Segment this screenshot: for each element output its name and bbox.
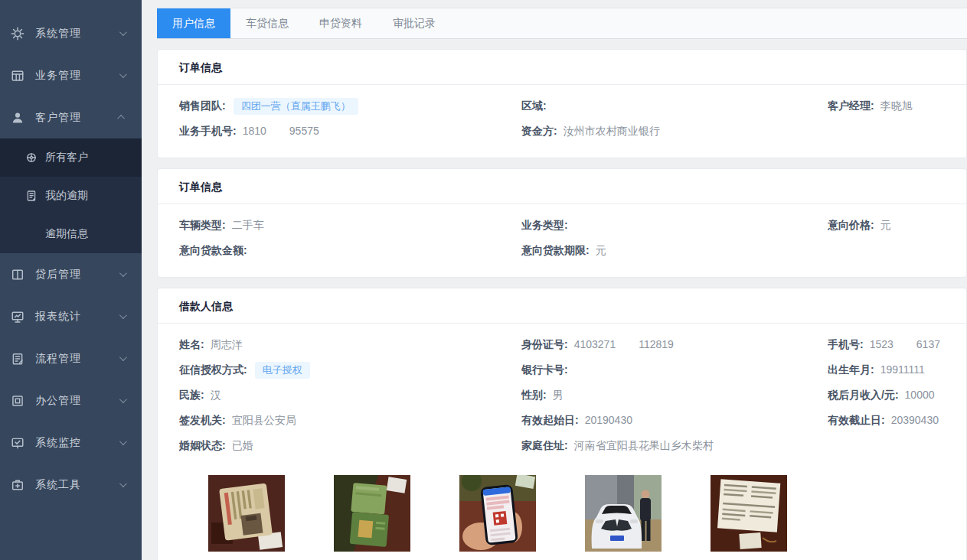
- photo-green-booklet[interactable]: 行驶证照片: [334, 475, 410, 560]
- field-label: 银行卡号:: [521, 363, 568, 376]
- wheel-icon: [25, 151, 38, 164]
- field-value: 二手车: [232, 219, 264, 231]
- toolbox-icon: [11, 478, 25, 492]
- sidebar-item-report-statistics[interactable]: 报表统计: [0, 295, 142, 337]
- field: 姓名:周志洋: [179, 332, 521, 357]
- field-label: 客户经理:: [828, 99, 874, 112]
- sidebar-item-label: 系统监控: [35, 436, 119, 450]
- card-title: 订单信息: [158, 169, 966, 204]
- sidebar-item-label: 逾期信息: [45, 227, 88, 241]
- field-value: 男: [553, 389, 564, 401]
- sidebar-item-customer-management[interactable]: 客户管理: [0, 96, 142, 138]
- chevron-down-icon: [119, 438, 127, 445]
- book-icon: [11, 268, 25, 282]
- photo-car-person[interactable]: 人车合影: [585, 475, 662, 560]
- field: 有效起始日:20190430: [521, 408, 828, 433]
- card-title: 借款人信息: [158, 288, 966, 324]
- field-value: 元: [596, 244, 606, 256]
- office-icon: [11, 394, 25, 408]
- field: 有效截止日:20390430: [828, 408, 966, 433]
- field-label: 征信授权方式:: [179, 363, 247, 376]
- field-value: 20190430: [585, 414, 632, 426]
- sidebar-item-overdue-info[interactable]: 逾期信息: [0, 215, 142, 253]
- tab-label: 申贷资料: [319, 17, 362, 31]
- field-value: 20390430: [891, 414, 939, 426]
- field-value: 汝州市农村商业银行: [564, 125, 660, 137]
- sidebar-item-label: 业务管理: [35, 69, 119, 83]
- card-title: 订单信息: [158, 50, 966, 85]
- sidebar-item-label: 贷后管理: [35, 268, 119, 282]
- field-label: 车辆类型:: [179, 219, 226, 231]
- sidebar-item-label: 报表统计: [35, 310, 119, 324]
- field: 手机号:15236137: [828, 332, 966, 357]
- tab-approval-records[interactable]: 审批记录: [377, 8, 451, 38]
- sidebar-item-label: 系统管理: [35, 27, 119, 41]
- tab-car-loan-info[interactable]: 车贷信息: [230, 8, 304, 38]
- field-row: 业务手机号:181095575资金方:汝州市农村商业银行: [158, 119, 966, 144]
- sidebar-item-all-customers[interactable]: 所有客户: [0, 138, 142, 177]
- sidebar-item-label: 所有客户: [45, 151, 88, 164]
- field-value: 10000: [905, 389, 935, 401]
- field-label: 手机号:: [828, 338, 864, 350]
- privacy-mask: [893, 340, 916, 348]
- chevron-down-icon: [119, 269, 127, 277]
- photo-phone-auth[interactable]: 授权截图: [459, 475, 536, 560]
- value-tag[interactable]: 电子授权: [255, 362, 310, 379]
- sidebar-item-process-management[interactable]: 流程管理: [0, 337, 142, 379]
- sidebar-item-system-management[interactable]: 系统管理: [0, 12, 142, 54]
- field-label: 姓名:: [179, 338, 204, 350]
- chevron-down-icon: [119, 396, 127, 403]
- sidebar-item-label: 我的逾期: [45, 189, 88, 203]
- field-label: 有效起始日:: [521, 414, 579, 426]
- field: 性别:男: [521, 383, 828, 408]
- field-value-masked: 4103271112819: [574, 338, 674, 350]
- field-value: 汉: [211, 389, 221, 401]
- field-row: 婚姻状态:已婚家庭住址:河南省宜阳县花果山乡木柴村: [158, 433, 966, 458]
- sidebar-item-post-loan-management[interactable]: 贷后管理: [0, 253, 142, 295]
- grid-icon: [11, 69, 25, 83]
- field-label: 性别:: [521, 389, 547, 401]
- sidebar-item-system-tools[interactable]: 系统工具: [0, 464, 142, 506]
- field: 销售团队:四团一营（直属王鹏飞）: [179, 93, 521, 119]
- sidebar-item-system-monitor[interactable]: 系统监控: [0, 422, 142, 464]
- sidebar-item-office-management[interactable]: 办公管理: [0, 379, 142, 422]
- tab-user-info[interactable]: 用户信息: [157, 8, 230, 38]
- field-label: 区域:: [521, 99, 547, 112]
- field-label: 签发机关:: [179, 414, 226, 426]
- monitor-icon: [11, 310, 25, 324]
- field: 民族:汉: [179, 383, 521, 408]
- field-value: 李晓旭: [880, 99, 913, 112]
- monitor-check-icon: [11, 436, 25, 450]
- field-value: 周志洋: [211, 338, 243, 350]
- field-row: 车辆类型:二手车业务类型:意向价格:元: [158, 213, 966, 238]
- sidebar-item-my-overdue[interactable]: 我的逾期: [0, 177, 142, 215]
- field: 客户经理:李晓旭: [828, 93, 966, 119]
- field-value: 已婚: [232, 439, 253, 451]
- field-label: 身份证号:: [521, 338, 568, 350]
- field: 银行卡号:: [521, 357, 828, 383]
- privacy-mask: [266, 127, 289, 135]
- tab-label: 车贷信息: [246, 17, 289, 31]
- sidebar-item-business-management[interactable]: 业务管理: [0, 54, 142, 96]
- field: 资金方:汝州市农村商业银行: [521, 119, 828, 144]
- field-label: 资金方:: [521, 125, 557, 137]
- privacy-mask: [616, 340, 639, 348]
- empty-cell: [828, 238, 966, 263]
- field-label: 税后月收入/元:: [828, 389, 899, 401]
- cards-area: 订单信息销售团队:四团一营（直属王鹏飞）区域:客户经理:李晓旭业务手机号:181…: [157, 49, 967, 560]
- field: 意向贷款期限:元: [521, 238, 828, 263]
- tab-loan-apply-docs[interactable]: 申贷资料: [304, 8, 377, 38]
- field: 业务类型:: [521, 213, 828, 238]
- photo-paper-doc[interactable]: 其他材料: [711, 475, 787, 560]
- field-label: 意向贷款金额:: [179, 244, 247, 256]
- field-label: 民族:: [179, 389, 204, 401]
- field-label: 业务手机号:: [179, 125, 237, 137]
- tab-label: 审批记录: [393, 17, 436, 31]
- tab-bar: 用户信息车贷信息申贷资料审批记录: [157, 8, 967, 39]
- notebook-icon: [25, 190, 38, 202]
- clipboard-icon: [11, 352, 25, 366]
- photo-id-card[interactable]: 人像面: [208, 475, 285, 560]
- value-tag[interactable]: 四团一营（直属王鹏飞）: [234, 98, 358, 115]
- sidebar-item-label: 客户管理: [35, 111, 119, 125]
- field-value: 河南省宜阳县花果山乡木柴村: [574, 439, 714, 451]
